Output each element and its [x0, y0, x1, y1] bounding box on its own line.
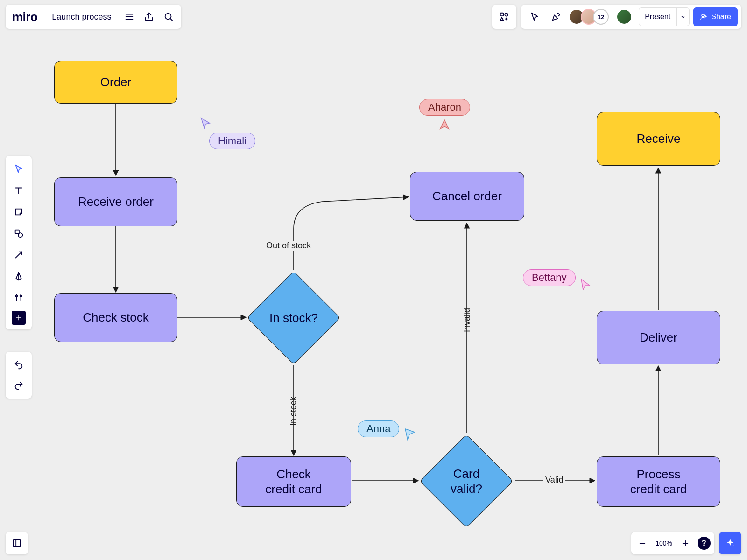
svg-line-4 [170, 19, 173, 21]
current-user-avatar[interactable] [616, 9, 632, 25]
node-in-stock-decision[interactable]: In stock? [261, 285, 327, 351]
node-deliver[interactable]: Deliver [597, 311, 720, 364]
svg-rect-8 [15, 230, 19, 234]
collaborator-avatars[interactable]: 12 [569, 9, 609, 25]
logo[interactable]: miro [12, 10, 37, 24]
tool-more[interactable] [8, 287, 29, 308]
apps-icon [499, 12, 509, 22]
search-button[interactable] [159, 7, 178, 27]
svg-point-7 [702, 14, 704, 17]
undo-icon [14, 360, 24, 370]
search-icon [163, 12, 174, 22]
svg-rect-5 [500, 13, 503, 16]
node-check-credit-card[interactable]: Check credit card [236, 456, 351, 507]
tool-connector[interactable] [8, 245, 29, 265]
export-button[interactable] [139, 7, 159, 27]
cursor-mode-button[interactable] [525, 7, 544, 27]
sparkle-icon [725, 538, 735, 548]
cursor-himali: Himali [200, 117, 255, 149]
avatar-overflow-count[interactable]: 12 [593, 9, 609, 25]
frames-icon [12, 538, 22, 548]
edge-label-invalid: Invalid [460, 308, 474, 332]
hamburger-icon [124, 12, 134, 22]
share-button[interactable]: Share [693, 7, 738, 26]
ai-assist-button[interactable] [719, 532, 741, 554]
frames-panel-button[interactable] [6, 532, 28, 554]
reactions-button[interactable] [546, 7, 566, 27]
confetti-icon [551, 12, 561, 22]
tool-shapes[interactable] [8, 223, 29, 244]
header-left-panel: miro Launch process [6, 5, 181, 29]
cursor-aharon: Aharon [419, 99, 470, 132]
node-check-stock[interactable]: Check stock [54, 293, 177, 342]
tool-pen[interactable] [8, 266, 29, 287]
zoom-in-button[interactable] [676, 534, 695, 553]
present-dropdown[interactable] [676, 8, 689, 26]
history-toolbar [6, 352, 32, 399]
present-button[interactable]: Present [639, 8, 676, 26]
minus-icon [638, 539, 647, 547]
arrow-icon [14, 250, 24, 260]
shapes-icon [14, 228, 24, 238]
plus-icon [15, 314, 22, 322]
cursor-icon [529, 12, 540, 22]
export-icon [144, 12, 154, 22]
settings-sliders-icon [14, 293, 24, 303]
toolbar [6, 156, 32, 329]
canvas[interactable]: Order Receive order Check stock In stock… [0, 0, 747, 560]
svg-rect-12 [14, 540, 21, 547]
node-receive-order[interactable]: Receive order [54, 177, 177, 226]
node-card-valid-decision[interactable]: Card valid? [433, 448, 500, 514]
node-order[interactable]: Order [54, 61, 177, 104]
redo-icon [14, 380, 24, 391]
apps-button[interactable] [492, 5, 516, 29]
node-receive[interactable]: Receive [597, 112, 720, 166]
board-title[interactable]: Launch process [52, 12, 111, 22]
zoom-panel: 100% ? [631, 532, 714, 554]
present-group: Present [639, 7, 690, 26]
tool-text[interactable] [8, 180, 29, 201]
zoom-out-button[interactable] [633, 534, 652, 553]
text-icon [14, 185, 24, 196]
header-right-panel: 12 Present Share [521, 5, 741, 29]
edge-label-valid: Valid [543, 475, 565, 485]
plus-icon [681, 539, 690, 547]
undo-button[interactable] [8, 355, 29, 375]
svg-point-6 [505, 13, 508, 16]
tool-select[interactable] [8, 159, 29, 179]
zoom-value[interactable]: 100% [653, 539, 675, 547]
svg-point-9 [18, 233, 22, 237]
redo-button[interactable] [8, 375, 29, 396]
pen-icon [14, 271, 24, 281]
edge-label-in-stock: In stock [287, 397, 300, 426]
help-button[interactable]: ? [698, 537, 711, 550]
tool-sticky-note[interactable] [8, 202, 29, 222]
node-cancel-order[interactable]: Cancel order [410, 172, 524, 221]
main-menu-button[interactable] [120, 7, 139, 27]
chevron-down-icon [680, 14, 686, 20]
person-add-icon [700, 13, 707, 21]
sticky-note-icon [14, 207, 24, 217]
edge-label-out-of-stock: Out of stock [264, 241, 313, 251]
tool-add[interactable] [12, 311, 26, 325]
cursor-bettany: Bettany [523, 265, 591, 290]
pointer-icon [14, 164, 24, 174]
node-process-credit-card[interactable]: Process credit card [597, 456, 720, 507]
cursor-anna: Anna [358, 417, 415, 441]
